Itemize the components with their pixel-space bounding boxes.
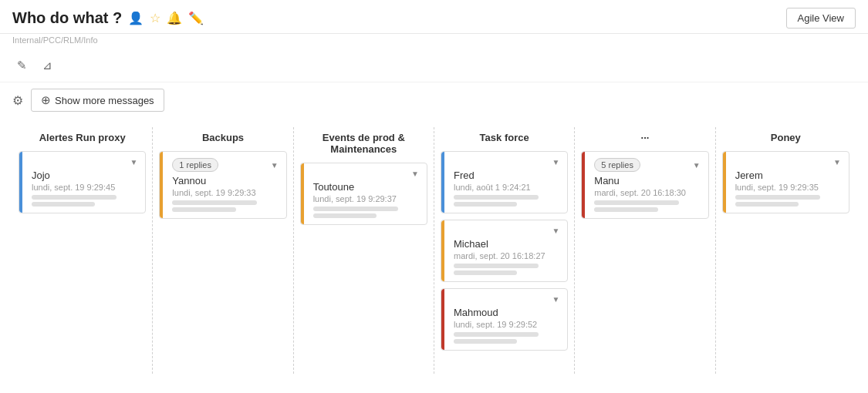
card-blurred-content: [454, 332, 539, 337]
show-more-label: Show more messages: [55, 95, 154, 106]
person-icon[interactable]: 👤: [128, 11, 144, 25]
card-dropdown-icon[interactable]: ▼: [833, 158, 841, 166]
card-person-name: Michael: [454, 238, 559, 250]
column-2: Events de prod & Maintenances▼Toutounelu…: [294, 127, 434, 374]
card-dropdown-icon[interactable]: ▼: [552, 227, 559, 235]
header: Who do what ? 👤 ☆ 🔔 ✏️ Agile View Intern…: [0, 0, 868, 49]
card-3-2: ▼Mahmoudlundi, sept. 19 9:29:52: [441, 288, 568, 351]
card-dropdown-icon[interactable]: ▼: [552, 158, 559, 166]
card-person-name: Toutoune: [313, 181, 419, 193]
replies-badge[interactable]: 5 replies: [594, 158, 640, 172]
card-2-0: ▼Toutounelundi, sept. 19 9:29:37: [300, 163, 427, 225]
card-blurred-content-2: [454, 339, 517, 344]
column-1: Backups1 replies▼Yannoulundi, sept. 19 9…: [153, 127, 293, 374]
column-5: Poney▼Jeremlundi, sept. 19 9:29:35: [716, 127, 856, 374]
card-dropdown-icon[interactable]: ▼: [411, 170, 419, 178]
pencil-icon[interactable]: ✏️: [188, 11, 204, 25]
card-date: lundi, sept. 19 9:29:33: [172, 188, 278, 197]
column-header-4: ···: [581, 127, 708, 151]
card-blurred-content: [32, 195, 117, 200]
card-person-name: Manu: [594, 175, 700, 186]
card-date: mardi, sept. 20 16:18:30: [594, 188, 700, 197]
card-blurred-content: [454, 195, 539, 200]
star-icon[interactable]: ☆: [150, 11, 160, 25]
card-person-name: Jojo: [32, 170, 137, 181]
card-date: lundi, sept. 19 9:29:37: [313, 194, 419, 203]
show-more-button[interactable]: ⊕ Show more messages: [31, 89, 164, 112]
column-0: Alertes Run proxy▼Jojolundi, sept. 19 9:…: [12, 127, 153, 374]
card-color-bar: [441, 152, 444, 213]
plus-icon: ⊕: [41, 93, 51, 107]
card-0-0: ▼Jojolundi, sept. 19 9:29:45: [19, 151, 146, 213]
card-3-0: ▼Fredlundi, août 1 9:24:21: [441, 151, 568, 213]
card-dropdown-icon[interactable]: ▼: [693, 161, 701, 170]
card-date: lundi, août 1 9:24:21: [454, 183, 559, 192]
card-date: lundi, sept. 19 9:29:45: [32, 183, 137, 192]
column-header-0: Alertes Run proxy: [19, 127, 146, 151]
filter-icon[interactable]: ⊿: [38, 55, 57, 76]
settings-row: ⚙ ⊕ Show more messages: [0, 82, 868, 119]
edit-icon[interactable]: ✎: [12, 55, 32, 76]
card-blurred-content: [172, 200, 257, 205]
card-dropdown-icon[interactable]: ▼: [271, 161, 279, 170]
bell-icon[interactable]: 🔔: [167, 11, 182, 25]
card-color-bar: [723, 152, 726, 213]
card-person-name: Mahmoud: [454, 307, 559, 318]
card-date: lundi, sept. 19 9:29:35: [735, 183, 841, 192]
card-color-bar: [301, 163, 304, 224]
board: Alertes Run proxy▼Jojolundi, sept. 19 9:…: [0, 119, 868, 381]
card-blurred-content-2: [594, 207, 657, 212]
card-blurred-content-2: [172, 207, 235, 212]
toolbar: ✎ ⊿: [0, 49, 868, 82]
column-header-3: Task force: [441, 127, 568, 151]
column-header-2: Events de prod & Maintenances: [300, 127, 427, 163]
card-blurred-content-2: [735, 202, 799, 207]
card-color-bar: [441, 220, 444, 281]
card-color-bar: [582, 152, 585, 218]
card-person-name: Jerem: [735, 170, 841, 181]
card-color-bar: [19, 152, 22, 213]
card-color-bar: [160, 152, 163, 218]
card-date: lundi, sept. 19 9:29:52: [454, 320, 559, 329]
column-3: Task force▼Fredlundi, août 1 9:24:21▼Mic…: [434, 127, 575, 374]
card-3-1: ▼Michaelmardi, sept. 20 16:18:27: [441, 220, 568, 282]
card-blurred-content-2: [454, 270, 517, 275]
subtitle: Internal/PCC/RLM/Info: [0, 34, 868, 49]
card-blurred-content: [735, 195, 820, 200]
replies-badge[interactable]: 1 replies: [172, 158, 218, 172]
page-title: Who do what ?: [12, 9, 122, 27]
card-5-0: ▼Jeremlundi, sept. 19 9:29:35: [722, 151, 849, 213]
card-blurred-content-2: [313, 213, 377, 218]
gear-icon[interactable]: ⚙: [12, 93, 23, 108]
card-4-0: 5 replies▼Manumardi, sept. 20 16:18:30: [581, 151, 708, 219]
card-blurred-content-2: [454, 202, 517, 207]
card-color-bar: [441, 289, 444, 350]
card-dropdown-icon[interactable]: ▼: [130, 158, 137, 166]
column-4: ···5 replies▼Manumardi, sept. 20 16:18:3…: [575, 127, 715, 374]
card-person-name: Fred: [454, 170, 559, 181]
card-date: mardi, sept. 20 16:18:27: [454, 251, 559, 260]
card-blurred-content: [594, 200, 679, 205]
agile-view-button[interactable]: Agile View: [786, 8, 856, 29]
card-person-name: Yannou: [172, 175, 278, 186]
card-blurred-content: [454, 264, 539, 268]
card-dropdown-icon[interactable]: ▼: [552, 295, 559, 304]
card-1-0: 1 replies▼Yannoulundi, sept. 19 9:29:33: [159, 151, 286, 219]
card-blurred-content-2: [32, 202, 95, 207]
column-header-1: Backups: [159, 127, 286, 151]
card-blurred-content: [313, 207, 398, 211]
column-header-5: Poney: [722, 127, 849, 151]
